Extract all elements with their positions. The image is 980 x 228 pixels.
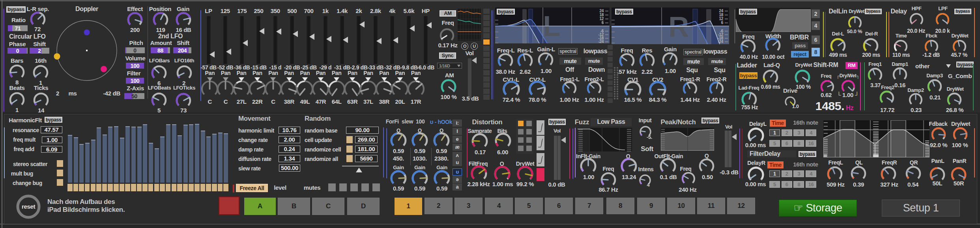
svg-text:6: 6: [721, 21, 724, 25]
svg-text:U: U: [473, 44, 476, 49]
svg-text:reset: reset: [22, 203, 35, 210]
svg-text:R: R: [668, 11, 689, 43]
svg-text:-24: -24: [718, 39, 724, 44]
svg-text:-24: -24: [598, 39, 604, 43]
svg-text:O: O: [463, 44, 467, 49]
svg-text:6: 6: [602, 21, 604, 25]
